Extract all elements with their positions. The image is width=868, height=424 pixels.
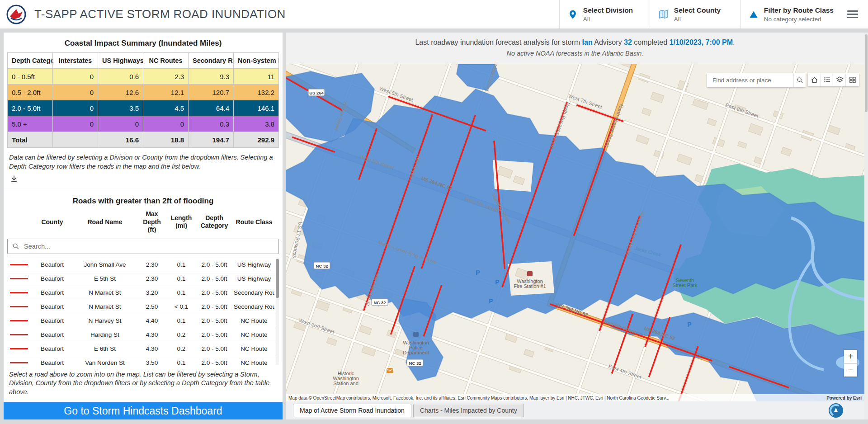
summary-col-header: US Highways — [98, 53, 143, 69]
road-cell: Secondary Route — [234, 303, 274, 310]
roads-col-header: Length (mi) — [168, 214, 195, 230]
miles-value-cell: 12.1 — [143, 85, 189, 100]
summary-row[interactable]: 0 - 0.5ft00.62.39.311 — [8, 69, 279, 85]
road-list-item[interactable]: BeaufortE 5th St2.300.12.0 - 5.0ftUS Hig… — [7, 272, 279, 286]
zoom-out-button[interactable]: − — [844, 363, 857, 377]
legend-button[interactable] — [821, 73, 834, 86]
miles-value-cell: 132.2 — [234, 85, 279, 100]
route-shield: NC 32 — [372, 299, 388, 306]
map-canvas[interactable]: West 7th StreetWest 6th StreetEast 8th S… — [286, 64, 864, 401]
road-list-item[interactable]: BeaufortE 6th St4.300.22.0 - 5.0ftNC Rou… — [7, 342, 279, 356]
page-scroll-thumb[interactable] — [865, 34, 868, 112]
map-search-input[interactable] — [712, 76, 793, 84]
summary-title: Coastal Impact Summary (Inundated Miles) — [7, 39, 279, 48]
road-segment-icon — [10, 362, 28, 363]
miles-value-cell: 3.8 — [234, 116, 279, 132]
map-label-park: SeventhStreet Park — [672, 278, 698, 288]
left-panel: Coastal Impact Summary (Inundated Miles)… — [4, 33, 283, 419]
status-text: Advisory — [593, 38, 624, 46]
map-search-box[interactable] — [707, 73, 806, 87]
menu-icon[interactable] — [847, 9, 858, 20]
summary-col-header: NC Routes — [143, 53, 189, 69]
filter-route-class[interactable]: Filter by Route Class No category select… — [740, 0, 842, 28]
road-cell: Secondary Route — [234, 289, 274, 296]
storm-hindcasts-button[interactable]: Go to Storm Hindcasts Dashboard — [4, 402, 283, 419]
summary-row[interactable]: 5.0 +0000.33.8 — [8, 116, 279, 132]
map-search-button[interactable] — [793, 73, 806, 87]
road-cell: Harding St — [74, 331, 136, 338]
map-pin-icon — [568, 9, 578, 20]
depth-category-cell[interactable]: Total — [8, 132, 53, 148]
map-label-pk: P — [489, 297, 493, 305]
road-cell: 2.30 — [136, 261, 168, 268]
summary-row[interactable]: 0.5 - 2.0ft012.612.1120.7132.2 — [8, 85, 279, 100]
road-cell: Beaufort — [31, 317, 74, 324]
road-cell: 0.1 — [168, 317, 195, 324]
road-list-item[interactable]: BeaufortN Market St2.50< 0.12.0 - 5.0ftS… — [7, 300, 279, 314]
depth-category-cell[interactable]: 2.0 - 5.0ft — [8, 100, 53, 116]
legend-list-icon — [823, 76, 831, 84]
filter-select-division[interactable]: Select Division All — [559, 0, 650, 28]
road-cell: 2.0 - 5.0ft — [195, 359, 234, 365]
miles-value-cell: 4.5 — [143, 100, 189, 116]
road-cell: 2.0 - 5.0ft — [195, 317, 234, 324]
noaa-note: No active NOAA forecasts in the Atlantic… — [286, 50, 864, 57]
basemap-button[interactable] — [846, 73, 859, 86]
road-list-item[interactable]: BeaufortVan Norden St3.500.12.0 - 5.0ftN… — [7, 356, 279, 365]
page-scrollbar[interactable] — [864, 33, 868, 419]
road-cell: NC Route — [234, 359, 274, 365]
roads-header-row: CountyRoad NameMax Depth (ft)Length (mi)… — [7, 210, 279, 234]
road-segment-icon — [10, 320, 28, 321]
status-text: Last roadway inundation forecast analysi… — [415, 38, 582, 46]
download-icon[interactable] — [9, 174, 19, 184]
road-segment-icon — [10, 278, 28, 279]
summary-row[interactable]: Total16.618.8194.7292.9 — [8, 132, 279, 148]
road-list-item[interactable]: BeaufortN Market St3.200.12.0 - 5.0ftSec… — [7, 286, 279, 300]
roads-search-box[interactable] — [7, 239, 279, 254]
forecast-status-line: Last roadway inundation forecast analysi… — [286, 33, 864, 47]
home-button[interactable] — [808, 73, 821, 86]
summary-col-header: Interstates — [53, 53, 98, 69]
summary-note: Data can be filtered by selecting a Divi… — [9, 153, 277, 171]
road-list-item[interactable]: BeaufortN Harvey St4.400.12.0 - 5.0ftNC … — [7, 314, 279, 328]
miles-value-cell: 0 — [53, 100, 98, 116]
road-cell: US Highway — [234, 275, 274, 282]
filter-value: All — [674, 16, 721, 23]
filter-value: All — [583, 16, 633, 23]
road-cell: Beaufort — [31, 359, 74, 365]
summary-row-selected[interactable]: 2.0 - 5.0ft03.54.564.4146.1 — [8, 100, 279, 116]
road-cell: 0.1 — [168, 359, 195, 365]
roads-search-input[interactable] — [23, 242, 278, 250]
road-cell: 2.0 - 5.0ft — [195, 289, 234, 296]
road-cell: 2.0 - 5.0ft — [195, 275, 234, 282]
status-highlight: Ian — [582, 38, 593, 46]
zoom-in-button[interactable]: + — [844, 350, 857, 363]
road-list-item[interactable]: BeaufortHarding St4.300.22.0 - 5.0ftNC R… — [7, 328, 279, 342]
tab-map-active[interactable]: Map of Active Storm Road Inundation — [293, 404, 411, 417]
roads-col-header: County — [31, 218, 74, 226]
tab-charts[interactable]: Charts - Miles Impacted by County — [413, 404, 524, 417]
road-cell: N Harvey St — [74, 317, 136, 324]
police-station-icon — [413, 332, 419, 337]
depth-category-cell[interactable]: 5.0 + — [8, 116, 53, 132]
forecast-status-bar: Last roadway inundation forecast analysi… — [286, 33, 864, 64]
roads-list-scrollbar[interactable] — [276, 258, 279, 365]
svg-text:NC 32: NC 32 — [316, 264, 328, 269]
road-cell: NC Route — [234, 317, 274, 324]
map-container[interactable]: West 7th StreetWest 6th StreetEast 8th S… — [286, 64, 864, 401]
layers-button[interactable] — [833, 73, 846, 86]
depth-category-cell[interactable]: 0.5 - 2.0ft — [8, 85, 53, 100]
roads-col-header: Max Depth (ft) — [136, 210, 168, 234]
roads-col-header: Depth Category — [195, 214, 234, 230]
filter-select-county[interactable]: Select County All — [650, 0, 740, 28]
roads-list-scroll-thumb[interactable] — [276, 259, 279, 298]
compass-reset-widget[interactable] — [828, 402, 844, 419]
road-cell: Beaufort — [31, 261, 74, 268]
depth-category-cell[interactable]: 0 - 0.5ft — [8, 69, 53, 85]
miles-value-cell: 0 — [98, 116, 143, 132]
road-list-item[interactable]: BeaufortJohn Small Ave2.300.12.0 - 5.0ft… — [7, 258, 279, 272]
road-cell: Beaufort — [31, 289, 74, 296]
powered-by-esri: Powered by Esri — [826, 396, 862, 400]
road-cell: 0.1 — [168, 275, 195, 282]
filter-label: Select Division — [583, 6, 633, 14]
